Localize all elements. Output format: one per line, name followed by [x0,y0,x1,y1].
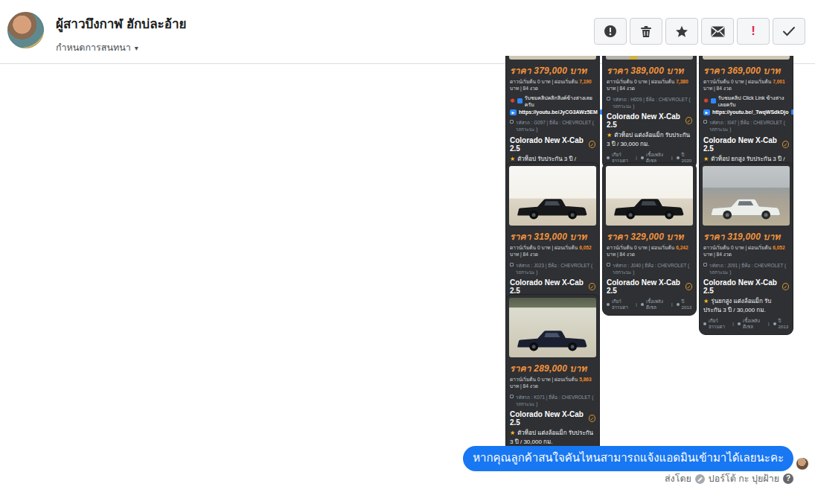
check-icon [782,26,796,36]
tags-line: รหัสรถ : H009 | ยี่ห้อ : CHEVROLET ( รถก… [606,94,693,112]
fuel-icon [738,322,741,325]
sparkle-icon: ✱ [703,98,709,105]
sparkle-icon: ✱ [510,98,515,105]
chat-bubble: หากคุณลูกค้าสนใจคันไหนสามารถแจ้งแอดมินเข… [463,446,793,471]
tags-line: รหัสรถ : J091 | ยี่ห้อ : CHEVROLET ( รถก… [703,260,790,278]
tags-line: รหัสรถ : J023 | ยี่ห้อ : CHEVROLET ( รถก… [509,260,596,278]
price-label: ราคา 369,000 บาท [703,62,790,78]
price-label: ราคา 329,000 บาท [606,228,693,244]
feature-line: ★ตัวท็อป แต่งล้อแม็ก รับประกัน 3 ปี / 30… [606,130,693,149]
star-button[interactable] [665,18,698,45]
car-icon [677,303,680,306]
installment-amount: 6,052 [773,245,785,250]
star-icon: ★ [703,298,709,304]
finance-line: ดาวน์เริ่มต้น 0 บาท | ผ่อนเริ่มต้น 6,052… [703,244,790,260]
watch-clip-line: ✱ รับชมคลิป Click Link ข้างล่างเลยครับ [703,94,790,109]
car-photo [509,166,596,226]
delete-button[interactable] [630,18,662,45]
conversation-header: ผู้สาวบึงกาฬ ฮักบ่ละอ้าย กำหนดการสนทนา ▾ [0,0,815,64]
price-label: ราคา 379,000 บาท [509,62,596,78]
car-icon [677,156,680,159]
tags-line: รหัสรถ : K071 | ยี่ห้อ : CHEVROLET ( รถก… [509,392,596,409]
feature-line: ★รุ่นยกสูง แต่งล้อแม็ก รับประกัน 3 ปี / … [703,296,790,315]
price-label: ราคา 319,000 บาท [509,228,596,244]
car-photo [606,56,693,60]
price-label: ราคา 319,000 บาท [703,228,790,244]
finance-line: ดาวน์เริ่มต้น 0 บาท | ผ่อนเริ่มต้น 7,190… [509,78,596,94]
price-label: ราคา 289,000 บาท [509,360,596,376]
sender-name: ปอร์โต้ กะ ปุยฝ้าย [709,471,779,486]
model-title: Colorado New X-Cab 2.5 ✓ [703,135,790,154]
report-button[interactable] [594,18,627,45]
finance-line: ดาวน์เริ่มต้น 0 บาท | ผ่อนเริ่มต้น 7,380… [606,78,693,94]
conversation-schedule-dropdown[interactable]: กำหนดการสนทนา ▾ [56,40,186,55]
trash-icon [640,25,652,38]
play-icon: ▶ [703,109,710,115]
check-badge-icon: ✓ [685,117,692,124]
sent-by-line: ส่งโดย ปอร์โต้ กะ ปุยฝ้าย ? [665,471,793,486]
check-badge-icon: ✓ [589,141,595,148]
installment-amount: 7,190 [579,79,592,84]
header-action-bar: ! [594,18,805,45]
car-listing-card[interactable]: ราคา 389,000 บาท ดาวน์เริ่มต้น 0 บาท | ผ… [602,56,697,169]
finance-line: ดาวน์เริ่มต้น 0 บาท | ผ่อนเริ่มต้น 7,001… [703,78,790,94]
mark-spam-button[interactable]: ! [737,18,770,45]
help-icon[interactable]: ? [783,473,793,484]
car-listing-card[interactable]: ราคา 319,000 บาท ดาวน์เริ่มต้น 0 บาท | ผ… [699,162,793,335]
star-icon: ★ [510,430,515,436]
chevron-down-icon: ▾ [135,44,138,52]
model-title: Colorado New X-Cab 2.5 ✓ [606,111,693,130]
car-listing-card[interactable]: ราคา 329,000 บาท ดาวน์เริ่มต้น 0 บาท | ผ… [602,162,697,316]
gear-icon [607,156,610,159]
code-icon [607,263,610,267]
sent-by-label: ส่งโดย [665,471,691,486]
code-icon [510,120,514,124]
truck-silhouette-icon [515,194,590,222]
car-photo [509,298,596,357]
blue-square-icon [711,98,716,103]
truck-silhouette-icon [612,194,687,222]
outgoing-message-row: หากคุณลูกค้าสนใจคันไหนสามารถแจ้งแอดมินเข… [463,446,808,471]
page-avatar[interactable] [7,12,44,48]
edit-badge-icon [695,474,705,484]
gear-icon [607,303,610,306]
check-badge-icon: ✓ [782,141,789,148]
installment-amount: 5,863 [579,377,592,382]
car-photo [606,166,693,226]
star-icon: ★ [703,156,709,162]
youtube-link[interactable]: https://youtu.be/_TwqWSdkDjo [712,109,789,115]
feature-line: ★ตัวท็อป แต่งล้อแม็ก รับประกัน 3 ปี / 30… [509,428,596,447]
star-icon: ★ [510,156,515,162]
video-link-line: ▶ https://youtu.be/_TwqWSdkDjo [703,109,790,117]
installment-amount: 7,380 [676,79,688,84]
meta-line: เกียร์ ธรรมดา | เชื้อเพลิง ดีเซล | ปี 20… [606,150,693,164]
car-listing-card[interactable]: ราคา 289,000 บาท ดาวน์เริ่มต้น 0 บาท | ผ… [505,294,600,467]
tags-line: รหัสรถ : I047 | ยี่ห้อ : CHEVROLET ( รถก… [703,117,790,135]
price-label: ราคา 389,000 บาท [606,62,693,78]
truck-silhouette-icon [515,326,590,354]
seen-avatar [796,458,808,470]
meta-line: เกียร์ ธรรมดา | เชื้อเพลิง ดีเซล | ปี 20… [606,296,693,310]
check-badge-icon: ✓ [589,283,595,290]
installment-amount: 6,052 [579,245,592,250]
video-link-line: ▶ https://youtu.be/JyCG3AWz5EM [509,109,596,117]
code-icon [703,120,707,124]
page-title: ผู้สาวบึงกาฬ ฮักบ่ละอ้าย [56,13,186,34]
mail-button[interactable] [701,18,734,45]
model-title: Colorado New X-Cab 2.5 ✓ [703,277,790,296]
mark-done-button[interactable] [773,18,805,45]
gear-icon [703,322,706,325]
star-icon: ★ [607,132,612,138]
truck-silhouette-icon [709,194,784,222]
conversation-schedule-label: กำหนดการสนทนา [56,40,131,55]
finance-line: ดาวน์เริ่มต้น 0 บาท | ผ่อนเริ่มต้น 5,863… [509,376,596,392]
check-badge-icon: ✓ [685,283,692,290]
youtube-link[interactable]: https://youtu.be/JyCG3AWz5EM [519,109,598,115]
fuel-icon [641,156,644,159]
play-icon: ▶ [510,109,517,115]
red-exclamation-icon: ! [751,24,755,39]
model-title: Colorado New X-Cab 2.5 ✓ [509,135,596,154]
installment-amount: 6,242 [676,245,688,250]
car-photo [703,166,790,226]
installment-amount: 7,001 [773,79,785,84]
